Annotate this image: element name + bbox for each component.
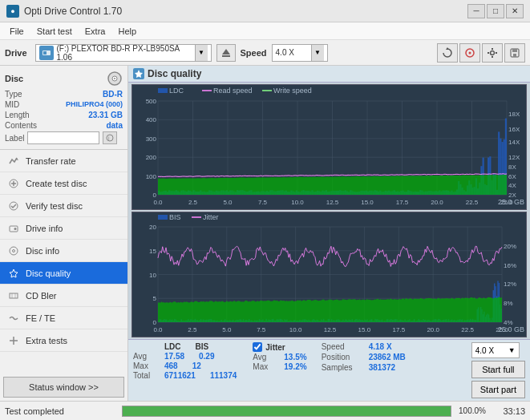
disc-quality-header-icon [133,68,144,79]
sidebar-item-cd-bler[interactable]: CD Bler [0,285,127,307]
action-buttons: 4.0 X ▼ Start full Start part [471,342,525,398]
stats-bar: LDC BIS Avg 17.58 0.29 Max 468 12 [128,339,530,401]
svg-marker-35 [135,70,143,78]
eject-button[interactable] [216,44,236,62]
ldc-chart [131,84,527,210]
charts-container [128,83,530,339]
avg-row: Avg 17.58 0.29 [133,352,237,361]
verify-test-disc-icon [6,199,21,213]
drive-icon [39,46,54,60]
speed-selector[interactable]: 4.0 X ▼ [272,44,328,62]
progress-bar-container [122,406,451,417]
maximize-button[interactable]: □ [487,4,504,18]
drive-selector[interactable]: (F:) PLEXTOR BD-R PX-LB950SA 1.06 ▼ [35,44,212,62]
status-window-label: Status window >> [29,382,99,392]
toolbar-icons [437,43,525,63]
disc-info-label: Disc info [26,246,59,256]
speed-label: Speed [241,48,267,58]
start-part-button[interactable]: Start part [471,381,525,398]
sidebar-menu: Transfer rate Create test disc Verify te… [0,150,127,374]
sidebar: Disc Type BD-R MID PHILIPRO4 (000) Lengt… [0,66,128,401]
sidebar-item-drive-info[interactable]: Drive info [0,217,127,240]
speed-key: Speed [322,342,366,351]
stat-speed-dropdown-icon: ▼ [508,346,516,354]
sidebar-item-verify-test-disc[interactable]: Verify test disc [0,195,127,217]
position-key: Position [322,353,366,361]
speed-val-row: Speed 4.18 X [322,342,406,351]
svg-point-26 [14,228,17,230]
drive-label: Drive [5,48,27,58]
sidebar-item-create-test-disc[interactable]: Create test disc [0,172,127,195]
cd-bler-label: CD Bler [26,291,57,301]
save-button[interactable] [504,43,525,63]
settings-button[interactable] [482,43,503,63]
disc-button[interactable] [459,43,480,63]
stat-speed-select[interactable]: 4.0 X ▼ [471,342,520,358]
verify-test-disc-label: Verify test disc [26,201,83,211]
drive-info-label: Drive info [26,224,63,233]
svg-rect-13 [512,49,517,52]
disc-title: Disc [5,74,23,83]
status-bar: Test completed 100.0% 33:13 [0,401,530,420]
disc-contents-val: data [106,121,123,130]
jitter-stats: Jitter Avg 13.5% Max 19.2% [253,342,306,371]
label-edit-button[interactable]: i [103,131,117,144]
svg-rect-9 [492,56,493,58]
max-row: Max 468 12 [133,361,237,370]
progress-percent: 100.0% [456,406,488,415]
speed-dropdown-row: 4.0 X ▼ [471,342,525,358]
svg-rect-11 [496,52,497,54]
main-area: Disc Type BD-R MID PHILIPRO4 (000) Lengt… [0,66,530,401]
samples-row: Samples 381372 [322,363,406,372]
menu-start-test[interactable]: Start test [30,25,79,38]
sidebar-item-fe-te[interactable]: FE / TE [0,307,127,329]
status-window-button[interactable]: Status window >> [3,377,124,398]
progress-fill [123,406,451,416]
svg-point-6 [469,51,471,54]
svg-text:i: i [108,135,110,141]
svg-point-17 [114,78,115,79]
svg-point-27 [10,247,18,255]
sidebar-item-disc-info[interactable]: Disc info [0,240,127,262]
disc-quality-title: Disc quality [148,68,201,79]
cd-bler-icon [6,289,21,303]
disc-section: Disc Type BD-R MID PHILIPRO4 (000) Lengt… [0,66,127,150]
disc-mid-row: MID PHILIPRO4 (000) [5,100,123,109]
samples-val: 381372 [369,363,395,372]
menu-file[interactable]: File [3,25,30,38]
menu-bar: File Start test Extra Help [0,22,530,40]
menu-help[interactable]: Help [111,25,143,38]
disc-type-row: Type BD-R [5,90,123,99]
stat-speed-value: 4.0 X [475,346,494,355]
transfer-rate-icon [6,154,21,168]
drive-value: (F:) PLEXTOR BD-R PX-LB950SA 1.06 [57,44,195,62]
svg-rect-14 [513,54,516,57]
minimize-button[interactable]: ─ [467,4,485,18]
disc-label-input[interactable] [27,131,99,144]
sidebar-item-disc-quality[interactable]: Disc quality [0,262,127,285]
disc-length-row: Length 23.31 GB [5,111,123,119]
jitter-checkbox[interactable] [253,342,262,352]
sidebar-item-transfer-rate[interactable]: Transfer rate [0,150,127,172]
disc-label-key: Label [5,134,24,143]
bis-avg: 0.29 [199,352,214,361]
status-text: Test completed [5,406,117,416]
svg-point-7 [491,50,495,55]
bis-total: 111374 [210,371,237,380]
bis-chart [131,212,527,337]
disc-contents-key: Contents [5,121,37,130]
position-val: 23862 MB [369,353,406,361]
sidebar-item-extra-tests[interactable]: Extra tests [0,329,127,352]
refresh-button[interactable] [437,43,458,63]
menu-extra[interactable]: Extra [79,25,112,38]
svg-point-28 [13,249,15,252]
app-title: Opti Drive Control 1.70 [24,6,467,17]
bis-max: 12 [192,361,201,370]
app-icon: ● [6,5,19,18]
drive-dropdown-button[interactable]: ▼ [195,45,208,61]
close-button[interactable]: ✕ [506,4,524,18]
speed-dropdown-button[interactable]: ▼ [311,45,324,61]
jitter-max-row: Max 19.2% [253,362,306,371]
svg-marker-29 [10,269,18,277]
start-full-button[interactable]: Start full [471,361,525,378]
